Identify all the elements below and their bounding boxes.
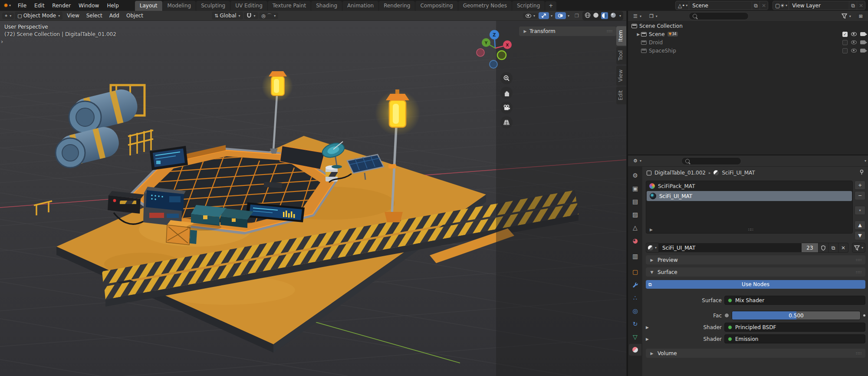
panel-grip-icon[interactable]: ∷∷ (856, 258, 862, 262)
workspace-tab-layout[interactable]: Layout (135, 1, 162, 11)
copy-material-button[interactable]: ⧉ (829, 243, 838, 253)
workspace-tab-texture-paint[interactable]: Texture Paint (268, 1, 311, 11)
list-grip-icon[interactable]: ∷∷ (748, 228, 753, 232)
material-users-button[interactable]: 23 (802, 243, 819, 253)
snap-toggle[interactable]: ▾ (244, 12, 258, 19)
viewport-menu-object[interactable]: Object (123, 12, 147, 20)
properties-options-dropdown[interactable]: ▾ (865, 159, 866, 163)
list-expand-icon[interactable]: ▶ (650, 228, 653, 232)
tab-render[interactable]: ▣ (629, 182, 641, 194)
tab-object[interactable]: ▢ (629, 266, 641, 277)
workspace-tab-scripting[interactable]: Scripting (512, 1, 545, 11)
panel-grip-icon[interactable]: ∷∷ (856, 351, 862, 356)
surface-shader-field[interactable]: Mix Shader (724, 296, 865, 305)
viewport-canvas[interactable]: User Perspective (72) Scene Collection |… (0, 21, 626, 376)
unlink-material-button[interactable]: ✕ (838, 243, 848, 253)
sidebar-tab-view[interactable]: View (616, 66, 626, 86)
shading-wireframe-button[interactable] (585, 12, 591, 20)
tab-material[interactable] (629, 344, 641, 356)
menu-help[interactable]: Help (103, 2, 122, 10)
breadcrumb-object[interactable]: DigitalTable_01.002 (654, 170, 706, 176)
outliner-filter-button[interactable]: ▾ (839, 13, 854, 20)
use-nodes-button[interactable]: ⧉ Use Nodes (646, 280, 865, 289)
blender-logo-icon[interactable]: ✹▾ (3, 3, 11, 9)
orthographic-toggle-button[interactable] (500, 116, 513, 129)
render-visibility-icon[interactable] (860, 40, 865, 44)
properties-search-input[interactable] (681, 157, 741, 165)
hide-eye-icon[interactable] (851, 32, 857, 36)
new-scene-button[interactable]: ⧉ (752, 1, 760, 10)
shader1-field[interactable]: Principled BSDF (724, 323, 865, 332)
camera-view-button[interactable] (500, 102, 513, 114)
menu-render[interactable]: Render (48, 2, 75, 10)
workspace-tab-compositing[interactable]: Compositing (415, 1, 457, 11)
tab-collection[interactable]: ▥ (629, 250, 641, 262)
remove-slot-button[interactable]: − (855, 191, 865, 200)
shading-material-preview-button[interactable] (601, 12, 608, 19)
scene-icon[interactable]: △•▾ (676, 1, 689, 10)
scene-name[interactable]: Scene (689, 3, 752, 9)
breadcrumb-material[interactable]: SciFi_UI_MAT (722, 170, 755, 176)
fac-decorator-icon[interactable] (863, 314, 865, 317)
menu-window[interactable]: Window (75, 2, 103, 10)
tab-world[interactable]: ◕ (629, 234, 641, 246)
viewport-menu-view[interactable]: View (63, 12, 82, 20)
power-box-object[interactable] (108, 191, 144, 214)
outliner-row-droid[interactable]: Droid (628, 38, 868, 46)
move-slot-up-button[interactable]: ▲ (855, 221, 865, 230)
expand-arrow-icon[interactable]: ▶ (636, 32, 641, 36)
tab-output[interactable]: ▤ (629, 195, 641, 207)
tab-view-layer[interactable]: ▨ (629, 208, 641, 220)
shading-rendered-button[interactable] (610, 12, 616, 20)
outliner-row-scene[interactable]: ▶ Scene ▼34 ✓ (628, 30, 868, 38)
volume-panel-header[interactable]: ▶ Volume ∷∷ (646, 349, 865, 358)
gizmo-minus-y-ball[interactable] (497, 51, 506, 59)
editor-type-button[interactable]: ⌖▾ (2, 13, 14, 19)
add-slot-button[interactable]: + (855, 181, 865, 190)
outliner-row-spaceship[interactable]: SpaceShip (628, 46, 868, 55)
panel-grip-icon[interactable]: ∷∷ (607, 29, 613, 33)
gizmo-minus-z-ball[interactable] (490, 60, 497, 68)
move-slot-down-button[interactable]: ▼ (855, 231, 865, 240)
tab-modifiers[interactable] (629, 279, 641, 290)
render-visibility-icon[interactable] (860, 32, 865, 36)
hide-eye-icon[interactable] (851, 40, 857, 44)
outliner-row-scene-collection[interactable]: Scene Collection (628, 22, 868, 30)
render-visibility-icon[interactable] (860, 49, 865, 53)
panel-grip-icon[interactable]: ∷∷ (856, 270, 862, 274)
hide-eye-icon[interactable] (851, 49, 857, 53)
shading-dropdown[interactable]: ▾ (619, 14, 621, 18)
view-layer-icon[interactable]: ▢☀▾ (773, 1, 789, 10)
material-slot-scifi-ui[interactable]: SciFi_UI_MAT (647, 191, 852, 201)
slot-specials-button[interactable]: ▾ (855, 206, 865, 215)
navigation-gizmo[interactable]: Z Y X (474, 25, 516, 70)
collection-checkbox[interactable]: ✓ (842, 32, 848, 37)
sidebar-tab-item[interactable]: Item (616, 26, 626, 46)
overlays-toggle[interactable] (555, 12, 566, 19)
tab-scene[interactable]: △ (629, 221, 641, 233)
fac-slider[interactable]: 0.500 (732, 311, 861, 320)
preview-panel-header[interactable]: ▶ Preview ∷∷ (646, 255, 865, 264)
fake-user-shield-button[interactable] (819, 243, 829, 253)
pin-icon[interactable] (859, 169, 865, 176)
pan-button[interactable] (500, 87, 513, 99)
transform-panel-header[interactable]: ▶ Transform ∷∷ (519, 26, 616, 36)
gizmo-minus-x-ball[interactable] (477, 49, 484, 56)
delete-scene-button[interactable]: ✕ (760, 1, 768, 10)
browse-material-button[interactable]: ▾ (646, 243, 659, 253)
material-link-filter-button[interactable]: ▾ (852, 243, 865, 253)
material-slot-scifipack[interactable]: SciFiPack_MAT (646, 181, 852, 191)
expand-arrow-icon[interactable]: ▶ (646, 337, 652, 341)
viewport-menu-add[interactable]: Add (106, 12, 123, 20)
xray-toggle[interactable]: ❐ (572, 13, 582, 19)
tab-tool[interactable]: ⚙ (629, 169, 641, 181)
menu-file[interactable]: File (14, 2, 30, 10)
outliner-display-mode-button[interactable]: ❐▾ (647, 13, 660, 20)
toolbar-expand-arrow[interactable]: › (1, 38, 3, 45)
collection-checkbox[interactable] (842, 48, 848, 53)
tab-constraints[interactable]: ↻ (629, 318, 641, 330)
mode-selector[interactable]: ▢Object Mode▾ (15, 12, 62, 20)
sidebar-tab-tool[interactable]: Tool (616, 46, 626, 64)
workspace-tab-animation[interactable]: Animation (342, 1, 378, 11)
material-name-field[interactable]: SciFi_UI_MAT (659, 243, 802, 252)
